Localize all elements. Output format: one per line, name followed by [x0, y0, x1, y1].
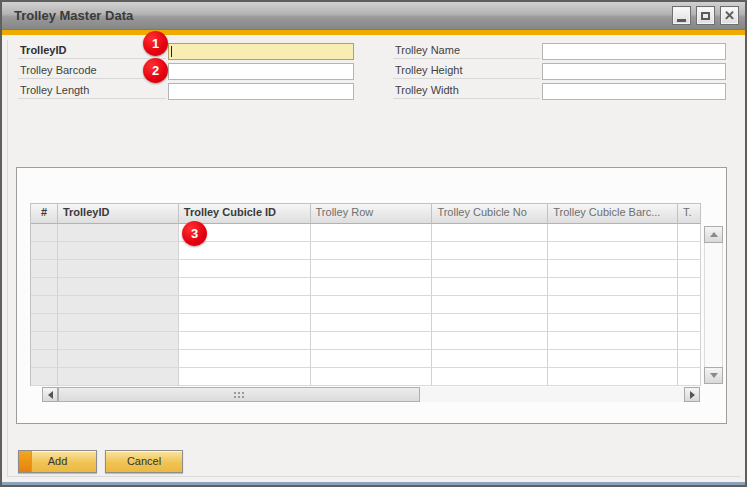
grid-cell[interactable]	[432, 314, 548, 332]
trolley-width-input[interactable]	[542, 83, 726, 100]
table-row	[31, 278, 701, 296]
add-button[interactable]: Add	[18, 450, 97, 473]
row-header-cell[interactable]	[31, 224, 58, 242]
trolley-width-label: Trolley Width	[393, 82, 540, 99]
grid-cell[interactable]	[58, 350, 179, 368]
grid-cell[interactable]	[179, 260, 311, 278]
grid-cell[interactable]	[678, 224, 701, 242]
add-button-label: Add	[48, 455, 68, 467]
grid-cell[interactable]	[548, 368, 678, 386]
grid-cell[interactable]	[179, 332, 311, 350]
grid-cell[interactable]	[58, 242, 179, 260]
annotation-badge-3: 3	[182, 221, 207, 246]
vertical-scrollbar-track[interactable]	[704, 226, 723, 384]
row-header-cell[interactable]	[31, 332, 58, 350]
grid-cell[interactable]	[678, 242, 701, 260]
arrow-right-icon	[690, 391, 695, 399]
close-button[interactable]: ✕	[720, 6, 739, 25]
title-bar[interactable]: Trolley Master Data	[2, 2, 745, 30]
column-header-trolley-cubicle-no[interactable]: Trolley Cubicle No	[432, 204, 548, 224]
grid-cell[interactable]	[548, 314, 678, 332]
grid-cell[interactable]	[311, 224, 433, 242]
column-header-t[interactable]: T.	[678, 204, 701, 224]
grid-cell[interactable]	[311, 278, 433, 296]
horizontal-scrollbar-thumb[interactable]	[58, 387, 420, 402]
grid-cell[interactable]	[179, 278, 311, 296]
grid-cell[interactable]	[58, 368, 179, 386]
grid-cell[interactable]	[311, 350, 433, 368]
column-header-trolleyid[interactable]: TrolleyID	[58, 204, 179, 224]
grid-cell[interactable]	[179, 350, 311, 368]
grid-cell[interactable]	[58, 332, 179, 350]
grid-cell[interactable]	[311, 368, 433, 386]
minimize-button[interactable]	[672, 6, 691, 25]
trolley-length-label: Trolley Length	[18, 82, 166, 99]
grid-cell[interactable]	[548, 260, 678, 278]
grid-cell[interactable]	[58, 278, 179, 296]
grid-cell[interactable]	[432, 260, 548, 278]
table-row	[31, 242, 701, 260]
scroll-left-button[interactable]	[42, 387, 58, 402]
grid-cell[interactable]	[311, 332, 433, 350]
grid-cell[interactable]	[432, 332, 548, 350]
grid-cell[interactable]	[58, 224, 179, 242]
row-header-cell[interactable]	[31, 368, 58, 386]
maximize-icon	[701, 12, 710, 20]
grid-cell[interactable]	[179, 368, 311, 386]
column-header-number[interactable]: #	[31, 204, 58, 224]
grid-cell[interactable]	[432, 368, 548, 386]
thumb-grip-icon	[234, 392, 236, 394]
row-header-cell[interactable]	[31, 350, 58, 368]
grid-body	[31, 224, 701, 386]
grid-cell[interactable]	[432, 296, 548, 314]
annotation-badge-2: 2	[143, 58, 168, 83]
grid-cell[interactable]	[432, 242, 548, 260]
trolley-height-label: Trolley Height	[393, 62, 540, 79]
grid-cell[interactable]	[678, 260, 701, 278]
grid-cell[interactable]	[58, 314, 179, 332]
grid-cell[interactable]	[548, 332, 678, 350]
scroll-right-button[interactable]	[684, 387, 700, 402]
row-header-cell[interactable]	[31, 278, 58, 296]
grid-cell[interactable]	[311, 260, 433, 278]
grid-cell[interactable]	[179, 314, 311, 332]
accent-bar	[2, 30, 745, 35]
scroll-down-button[interactable]	[704, 367, 723, 384]
column-header-trolley-row[interactable]: Trolley Row	[311, 204, 433, 224]
grid-cell[interactable]	[58, 296, 179, 314]
grid-cell[interactable]	[311, 242, 433, 260]
grid-cell[interactable]	[179, 296, 311, 314]
cancel-button[interactable]: Cancel	[105, 450, 183, 473]
grid-cell[interactable]	[548, 296, 678, 314]
trolleyid-input[interactable]	[168, 43, 354, 60]
row-header-cell[interactable]	[31, 242, 58, 260]
row-header-cell[interactable]	[31, 260, 58, 278]
maximize-button[interactable]	[696, 6, 715, 25]
grid-cell[interactable]	[311, 314, 433, 332]
trolley-barcode-input[interactable]	[168, 63, 354, 80]
cancel-button-label: Cancel	[127, 455, 161, 467]
row-header-cell[interactable]	[31, 296, 58, 314]
grid-cell[interactable]	[548, 278, 678, 296]
grid-cell[interactable]	[678, 314, 701, 332]
column-header-trolley-cubicle-barcode[interactable]: Trolley Cubicle Barc...	[548, 204, 678, 224]
table-row	[31, 260, 701, 278]
grid-cell[interactable]	[678, 350, 701, 368]
grid-cell[interactable]	[678, 278, 701, 296]
grid-cell[interactable]	[432, 224, 548, 242]
row-header-cell[interactable]	[31, 314, 58, 332]
trolley-name-input[interactable]	[542, 43, 726, 60]
grid-cell[interactable]	[678, 368, 701, 386]
grid-cell[interactable]	[548, 242, 678, 260]
scroll-up-button[interactable]	[704, 226, 723, 243]
grid-cell[interactable]	[548, 224, 678, 242]
grid-cell[interactable]	[678, 332, 701, 350]
grid-cell[interactable]	[311, 296, 433, 314]
trolley-height-input[interactable]	[542, 63, 726, 80]
grid-cell[interactable]	[58, 260, 179, 278]
grid-cell[interactable]	[432, 350, 548, 368]
trolley-length-input[interactable]	[168, 83, 354, 100]
grid-cell[interactable]	[548, 350, 678, 368]
grid-cell[interactable]	[432, 278, 548, 296]
grid-cell[interactable]	[678, 296, 701, 314]
